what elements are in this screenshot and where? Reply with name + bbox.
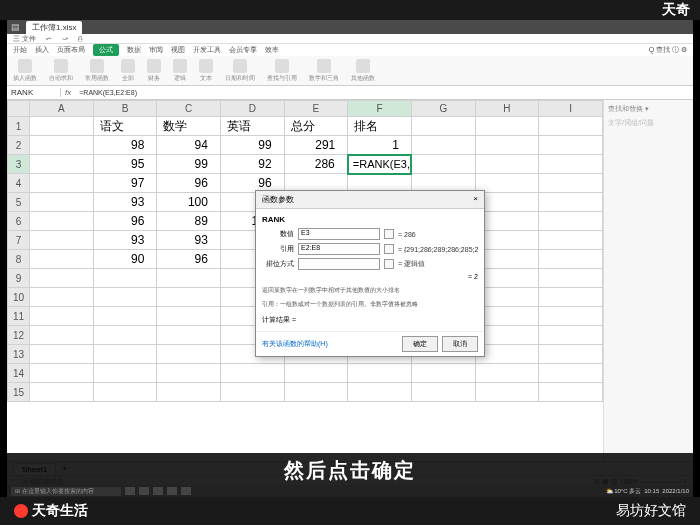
cell[interactable] [30,383,94,402]
row-header[interactable]: 13 [8,345,30,364]
cell[interactable]: 93 [157,231,221,250]
col-header[interactable]: D [220,101,284,117]
taskbar-app-icon[interactable] [125,487,135,495]
cell[interactable] [157,326,221,345]
cell[interactable] [475,136,539,155]
ribbon-lookup[interactable]: 查找与引用 [267,59,297,83]
ribbon-date[interactable]: 日期和时间 [225,59,255,83]
row-header[interactable]: 10 [8,288,30,307]
cell[interactable]: 98 [93,136,157,155]
row-header[interactable]: 5 [8,193,30,212]
ribbon-logic[interactable]: 逻辑 [173,59,187,83]
col-header[interactable]: C [157,101,221,117]
cell[interactable]: 93 [93,231,157,250]
cell[interactable]: 291 [284,136,348,155]
row-header[interactable]: 8 [8,250,30,269]
sidepanel-title[interactable]: 查找和替换 ▾ [608,104,689,114]
cell[interactable] [539,269,603,288]
cell[interactable] [93,383,157,402]
tab-review[interactable]: 审阅 [149,45,163,55]
cell[interactable] [93,364,157,383]
file-menu[interactable]: 三 文件 [13,34,36,44]
cell[interactable] [284,364,348,383]
cell[interactable] [539,193,603,212]
cell[interactable]: 语文 [93,117,157,136]
taskbar-app-icon[interactable] [139,487,149,495]
cell[interactable] [411,383,475,402]
cell[interactable]: 数学 [157,117,221,136]
tab-eff[interactable]: 效率 [265,45,279,55]
tab-dev[interactable]: 开发工具 [193,45,221,55]
arg-input-number[interactable]: E3 [298,228,380,240]
cell[interactable] [539,383,603,402]
cell[interactable] [539,307,603,326]
cell[interactable] [30,326,94,345]
cell[interactable] [30,136,94,155]
cell[interactable]: 英语 [220,117,284,136]
cell[interactable] [157,383,221,402]
row-header[interactable]: 7 [8,231,30,250]
cell[interactable] [539,326,603,345]
cell[interactable] [93,307,157,326]
taskbar-app-icon[interactable] [153,487,163,495]
row-header[interactable]: 6 [8,212,30,231]
cell[interactable] [30,307,94,326]
fx-icon[interactable]: fx [61,88,75,97]
cell[interactable]: 286 [284,155,348,174]
arg-input-ref[interactable]: E2:E8 [298,243,380,255]
cell[interactable]: 排名 [348,117,412,136]
cell[interactable] [30,345,94,364]
redo-icon[interactable]: ⤻ [62,35,68,43]
cell[interactable]: 99 [157,155,221,174]
cell[interactable] [475,117,539,136]
col-header[interactable]: H [475,101,539,117]
cell[interactable] [539,212,603,231]
row-header[interactable]: 2 [8,136,30,155]
cell[interactable] [30,250,94,269]
cell[interactable] [30,212,94,231]
name-box[interactable]: RANK [7,88,61,97]
cell[interactable] [93,326,157,345]
cell[interactable] [157,364,221,383]
formula-input[interactable]: =RANK(E3,E2:E8) [75,89,693,96]
cell[interactable]: 总分 [284,117,348,136]
ribbon-math[interactable]: 数学和三角 [309,59,339,83]
cell[interactable]: 95 [93,155,157,174]
cell[interactable] [220,364,284,383]
range-picker-icon[interactable] [384,229,394,239]
cell[interactable] [157,307,221,326]
col-header[interactable]: E [284,101,348,117]
tab-view[interactable]: 视图 [171,45,185,55]
cell[interactable] [539,136,603,155]
cell[interactable] [411,117,475,136]
col-header[interactable]: A [30,101,94,117]
dialog-close-icon[interactable]: × [473,194,478,205]
print-icon[interactable]: ⎙ [78,35,82,42]
cell[interactable] [157,269,221,288]
ribbon-fin[interactable]: 财务 [147,59,161,83]
row-header[interactable]: 14 [8,364,30,383]
cell[interactable] [30,155,94,174]
cell[interactable] [539,174,603,193]
cell[interactable]: 89 [157,212,221,231]
cell[interactable]: 96 [157,250,221,269]
cell[interactable]: 99 [220,136,284,155]
row-header[interactable]: 11 [8,307,30,326]
cell[interactable] [411,364,475,383]
cell[interactable] [220,383,284,402]
row-header[interactable]: 4 [8,174,30,193]
dialog-help-link[interactable]: 有关该函数的帮助(H) [262,339,328,349]
ribbon-recent[interactable]: 常用函数 [85,59,109,83]
ribbon-other[interactable]: 其他函数 [351,59,375,83]
cell[interactable]: 94 [157,136,221,155]
cell[interactable] [284,383,348,402]
tab-data[interactable]: 数据 [127,45,141,55]
cell[interactable] [93,288,157,307]
cell[interactable] [30,231,94,250]
tab-home[interactable]: 开始 [13,45,27,55]
arg-input-order[interactable] [298,258,380,270]
taskbar-app-icon[interactable] [167,487,177,495]
cell[interactable] [30,364,94,383]
cell[interactable] [475,364,539,383]
cell[interactable] [539,231,603,250]
